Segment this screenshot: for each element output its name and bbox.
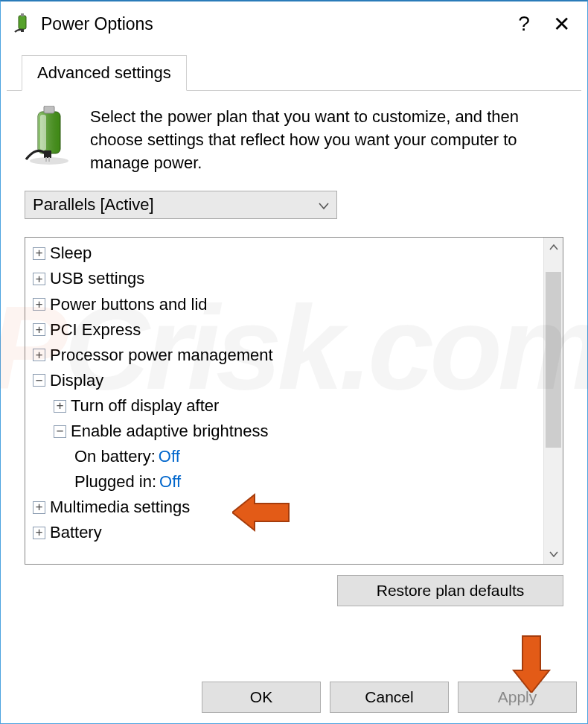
restore-row: Restore plan defaults [25, 575, 563, 606]
tree-item-battery[interactable]: + Battery [28, 520, 543, 545]
tree-label: Battery [50, 520, 102, 545]
settings-tree: + Sleep + USB settings + Power buttons a… [25, 237, 563, 565]
collapse-icon[interactable]: − [54, 425, 66, 438]
help-button[interactable]: ? [505, 5, 543, 42]
power-plan-value: Parallels [Active] [33, 195, 154, 215]
scroll-track[interactable] [544, 257, 563, 544]
svg-rect-2 [21, 29, 24, 32]
intro-block: Select the power plan that you want to c… [25, 106, 563, 174]
setting-value[interactable]: Off [159, 469, 181, 495]
cancel-button[interactable]: Cancel [330, 682, 449, 713]
tree-label: Multimedia settings [50, 495, 190, 520]
setting-value[interactable]: Off [159, 444, 180, 469]
tree-item-pci[interactable]: + PCI Express [28, 317, 543, 343]
tree-list: + Sleep + USB settings + Power buttons a… [25, 238, 543, 564]
tree-item-adaptive-brightness[interactable]: − Enable adaptive brightness [28, 419, 543, 444]
tree-item-multimedia[interactable]: + Multimedia settings [28, 495, 543, 520]
ok-button[interactable]: OK [202, 682, 321, 713]
svg-rect-0 [19, 16, 26, 29]
expand-icon[interactable]: + [33, 298, 45, 311]
close-button[interactable]: ✕ [543, 5, 580, 42]
tree-item-display[interactable]: − Display [28, 368, 543, 393]
power-plan-dropdown[interactable]: Parallels [Active] [25, 191, 337, 219]
restore-defaults-button[interactable]: Restore plan defaults [337, 575, 563, 606]
collapse-icon[interactable]: − [33, 374, 45, 387]
svg-rect-10 [48, 157, 50, 162]
svg-rect-8 [44, 150, 51, 158]
tree-label: USB settings [50, 266, 144, 291]
setting-plugged-in[interactable]: Plugged in: Off [28, 469, 543, 495]
setting-on-battery[interactable]: On battery: Off [28, 444, 543, 469]
expand-icon[interactable]: + [33, 349, 45, 361]
tree-label: Power buttons and lid [50, 292, 208, 317]
tree-scrollbar[interactable] [543, 238, 563, 564]
svg-rect-6 [44, 106, 54, 113]
chevron-down-icon [319, 195, 329, 215]
tab-advanced-settings[interactable]: Advanced settings [22, 55, 187, 91]
tree-item-processor[interactable]: + Processor power management [28, 343, 543, 368]
tree-label: PCI Express [50, 317, 141, 343]
scroll-thumb[interactable] [546, 272, 561, 448]
tree-item-sleep[interactable]: + Sleep [28, 241, 543, 266]
svg-rect-7 [40, 115, 46, 150]
dialog-footer: OK Cancel Apply [1, 673, 587, 723]
expand-icon[interactable]: + [33, 247, 45, 260]
tree-item-usb[interactable]: + USB settings [28, 266, 543, 291]
expand-icon[interactable]: + [54, 400, 66, 413]
intro-text: Select the power plan that you want to c… [90, 106, 563, 174]
titlebar: Power Options ? ✕ [1, 1, 587, 46]
expand-icon[interactable]: + [33, 501, 45, 514]
tab-row: Advanced settings [7, 46, 581, 91]
tab-content: Select the power plan that you want to c… [1, 91, 587, 646]
expand-icon[interactable]: + [33, 273, 45, 285]
power-options-window: Power Options ? ✕ Advanced settings [0, 0, 588, 724]
tree-label: Turn off display after [71, 393, 219, 419]
apply-button[interactable]: Apply [458, 682, 577, 713]
tree-label: Processor power management [50, 343, 273, 368]
tree-item-turn-off-display[interactable]: + Turn off display after [28, 393, 543, 419]
expand-icon[interactable]: + [33, 323, 45, 336]
tree-item-power-buttons[interactable]: + Power buttons and lid [28, 292, 543, 317]
scroll-up-icon[interactable] [544, 238, 563, 257]
expand-icon[interactable]: + [33, 527, 45, 539]
window-title: Power Options [41, 14, 153, 34]
battery-plug-icon [13, 13, 33, 34]
setting-label: Plugged in: [74, 469, 156, 495]
tree-label: Enable adaptive brightness [71, 419, 268, 444]
tree-label: Display [50, 368, 103, 393]
svg-rect-1 [21, 13, 24, 16]
tree-label: Sleep [50, 241, 92, 266]
battery-large-icon [25, 106, 74, 165]
setting-label: On battery: [74, 444, 156, 469]
svg-rect-9 [45, 157, 47, 162]
scroll-down-icon[interactable] [544, 544, 563, 564]
